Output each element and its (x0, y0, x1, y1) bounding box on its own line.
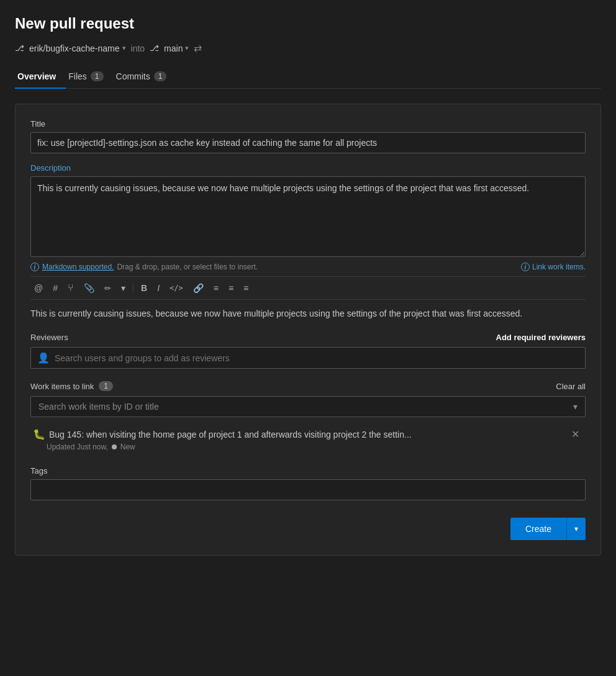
work-item-row: 🐛 Bug 145: when visiting the home page o… (30, 423, 586, 456)
source-branch-selector[interactable]: erik/bugfix-cache-name ▾ (29, 43, 126, 53)
work-item-updated: Updated Just now, (47, 443, 108, 451)
work-item-dropdown-chevron: ▾ (573, 402, 578, 412)
reviewers-label: Reviewers (30, 333, 68, 342)
markdown-info-icon: i (30, 263, 39, 271)
toolbar-code[interactable]: </> (166, 282, 187, 294)
toolbar-task-list[interactable]: ≡ (240, 281, 252, 295)
tab-files-badge: 1 (91, 71, 104, 81)
tab-overview-label: Overview (17, 71, 56, 81)
work-item-meta: Updated Just now, New (47, 443, 568, 451)
toolbar-pullrequest[interactable]: ⑂ (64, 281, 78, 295)
tab-commits-label: Commits (116, 71, 150, 81)
target-branch-chevron: ▾ (185, 44, 189, 52)
tags-input[interactable] (30, 479, 586, 500)
page-title: New pull request (15, 15, 601, 32)
tab-files-label: Files (68, 71, 87, 81)
work-items-label: Work items to link (30, 382, 94, 391)
link-work-items-link[interactable]: i Link work items. (521, 263, 586, 271)
create-button[interactable]: Create (510, 518, 567, 540)
reviewer-search-input[interactable] (55, 353, 579, 363)
description-textarea[interactable]: This is currently causing issues, becaus… (30, 176, 586, 257)
reviewer-user-icon: 👤 (37, 352, 50, 364)
work-item-status: New (120, 443, 135, 451)
editor-toolbar: @ # ⑂ 📎 ✏ ▾ B I </> 🔗 ≡ ≡ ≡ (30, 276, 586, 300)
preview-text: This is currently causing issues, becaus… (30, 307, 586, 320)
remove-work-item-button[interactable]: ✕ (568, 428, 583, 441)
footer: Create ▾ (30, 513, 586, 540)
toolbar-more[interactable]: ▾ (117, 281, 129, 295)
source-branch-icon: ⎇ (15, 43, 24, 53)
work-item-search[interactable]: Search work items by ID or title ▾ (30, 396, 586, 417)
bug-icon: 🐛 (33, 428, 45, 440)
target-branch-icon: ⎇ (150, 43, 159, 53)
tabs-bar: Overview Files 1 Commits 1 (15, 66, 601, 89)
main-card: Title Description This is currently caus… (15, 104, 601, 556)
toolbar-separator-1 (133, 282, 134, 294)
work-item-status-dot (112, 444, 117, 449)
toolbar-attach[interactable]: 📎 (80, 281, 98, 295)
source-branch-label: erik/bugfix-cache-name (29, 43, 120, 53)
title-label: Title (30, 119, 586, 128)
work-items-count: 1 (99, 381, 113, 391)
work-item-title-row: 🐛 Bug 145: when visiting the home page o… (33, 428, 568, 440)
tab-overview[interactable]: Overview (15, 66, 66, 89)
tab-files[interactable]: Files 1 (66, 66, 113, 89)
create-dropdown-button[interactable]: ▾ (567, 518, 586, 540)
work-item-content: 🐛 Bug 145: when visiting the home page o… (33, 428, 568, 451)
link-work-items-icon: i (521, 263, 530, 271)
work-items-label-wrap: Work items to link 1 (30, 381, 113, 391)
markdown-drag-text: Drag & drop, paste, or select files to i… (117, 263, 258, 271)
source-branch-chevron: ▾ (122, 44, 126, 52)
toolbar-link[interactable]: 🔗 (189, 281, 207, 295)
work-item-title: Bug 145: when visiting the home page of … (49, 430, 412, 439)
markdown-link[interactable]: Markdown supported. (42, 263, 114, 271)
work-item-search-label: Search work items by ID or title (38, 402, 159, 412)
toolbar-workitem[interactable]: # (49, 281, 61, 295)
into-text: into (131, 43, 145, 53)
target-branch-label: main (164, 43, 183, 53)
create-button-wrap: Create ▾ (510, 518, 586, 540)
swap-branches-icon[interactable]: ⇄ (194, 42, 202, 54)
work-items-header: Work items to link 1 Clear all (30, 381, 586, 391)
toolbar-bold[interactable]: B (137, 281, 151, 295)
tags-label: Tags (30, 466, 586, 475)
title-input[interactable] (30, 132, 586, 153)
target-branch-selector[interactable]: main ▾ (164, 43, 189, 53)
toolbar-mention[interactable]: @ (30, 281, 47, 295)
description-label: Description (30, 163, 586, 173)
toolbar-italic[interactable]: I (153, 281, 163, 295)
branch-bar: ⎇ erik/bugfix-cache-name ▾ into ⎇ main ▾… (15, 42, 601, 54)
toolbar-ordered-list[interactable]: ≡ (225, 281, 237, 295)
add-required-reviewers-link[interactable]: Add required reviewers (496, 333, 586, 342)
tab-commits[interactable]: Commits 1 (114, 66, 177, 89)
toolbar-unordered-list[interactable]: ≡ (210, 281, 222, 295)
tab-commits-badge: 1 (154, 71, 167, 81)
reviewer-search-wrap[interactable]: 👤 (30, 347, 586, 369)
markdown-bar: i Markdown supported. Drag & drop, paste… (30, 263, 586, 271)
clear-all-link[interactable]: Clear all (556, 382, 586, 391)
reviewers-header: Reviewers Add required reviewers (30, 333, 586, 342)
toolbar-formatting[interactable]: ✏ (101, 282, 115, 295)
link-work-items-label: Link work items. (532, 263, 586, 271)
